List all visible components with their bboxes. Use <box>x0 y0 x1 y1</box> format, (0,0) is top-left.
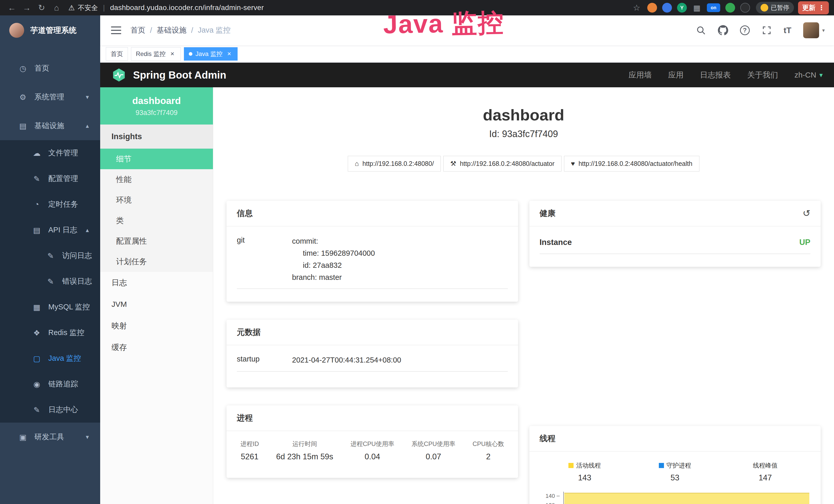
system-cpu-value: 0.07 <box>412 452 455 461</box>
info-value: commit: time: 1596289704000 id: 27aa832 … <box>292 235 508 283</box>
breadcrumb: 首页 / 基础设施 / Java 监控 <box>130 25 231 36</box>
metadata-card: 元数据 startup 2021-04-27T00:44:31.254+08:0… <box>226 320 518 387</box>
github-icon[interactable] <box>718 25 728 36</box>
infrastructure-submenu: ☁ 文件管理 ✎ 配置管理 ◔ 定时任务 ▤ API 日志 ▴ ✎ <box>0 140 100 422</box>
sidebar-item-redis-monitor[interactable]: ❖ Redis 监控 <box>0 320 100 346</box>
extension-grid-icon[interactable]: ▦ <box>692 3 702 13</box>
close-icon[interactable]: × <box>169 50 176 58</box>
instance-id-subtitle: Id: 93a3fc7f7409 <box>226 129 821 139</box>
health-instance-row[interactable]: Instance UP <box>540 238 811 254</box>
sidebar-item-infrastructure[interactable]: ▤ 基础设施 ▴ <box>0 111 100 140</box>
eye-icon: ◉ <box>31 380 42 389</box>
address-url[interactable]: dashboard.yudao.iocoder.cn/infra/admin-s… <box>110 4 264 12</box>
info-key: git <box>237 235 292 283</box>
caret-down-icon: ▾ <box>822 27 825 33</box>
process-id-value: 5261 <box>240 452 259 461</box>
insights-section-label: Insights <box>100 124 213 148</box>
font-size-icon[interactable]: tT <box>784 26 791 35</box>
sba-nav-about[interactable]: 关于我们 <box>747 70 778 81</box>
sidebar-item-caches[interactable]: 缓存 <box>100 337 213 358</box>
health-instance-label: Instance <box>540 238 572 247</box>
emoji-face-icon <box>761 4 768 12</box>
insight-classes[interactable]: 类 <box>100 210 213 231</box>
extension-fox-icon[interactable] <box>647 3 657 13</box>
threads-legend: 活动线程 143 守护进程 <box>540 461 811 482</box>
user-menu[interactable]: ▾ <box>803 22 825 38</box>
monitor-icon: ▤ <box>18 121 28 131</box>
menu-fold-icon[interactable] <box>109 25 123 36</box>
gear-icon: ⚙ <box>18 93 28 102</box>
browser-forward-icon[interactable]: → <box>20 3 34 13</box>
bookmark-star-icon[interactable]: ☆ <box>633 3 640 13</box>
sidebar-item-error-logs[interactable]: ✎ 错误日志 <box>0 269 100 294</box>
sba-nav-wallboard[interactable]: 应用墙 <box>629 70 652 81</box>
chevron-down-icon: ▾ <box>86 93 89 101</box>
locale-selector[interactable]: zh-CN ▾ <box>794 71 823 79</box>
sba-nav-journal[interactable]: 日志报表 <box>700 70 731 81</box>
sba-header: Spring Boot Admin 应用墙 应用 日志报表 关于我们 zh-CN… <box>100 63 834 87</box>
address-bar[interactable]: ⚠ 不安全 | dashboard.yudao.iocoder.cn/infra… <box>68 3 264 12</box>
actuator-url-link[interactable]: ⚒ http://192.168.0.2:48080/actuator <box>443 156 562 171</box>
metadata-value: 2021-04-27T00:44:31.254+08:00 <box>292 354 508 366</box>
paused-badge[interactable]: 已暂停 <box>756 2 794 14</box>
instance-id: 93a3fc7f7409 <box>103 109 211 117</box>
tab-redis-monitor[interactable]: Redis 监控 × <box>131 47 181 61</box>
service-url-link[interactable]: ⌂ http://192.168.0.2:48080/ <box>348 156 441 171</box>
info-card: 信息 git commit: time: 1596289704000 id: 2… <box>226 201 518 302</box>
insight-config-props[interactable]: 配置属性 <box>100 231 213 251</box>
kebab-menu-icon[interactable]: ⋮ <box>818 4 825 12</box>
health-url-link[interactable]: ♥ http://192.168.0.2:48080/actuator/heal… <box>564 156 699 171</box>
sidebar-item-file-management[interactable]: ☁ 文件管理 <box>0 140 100 166</box>
paused-label: 已暂停 <box>771 4 789 12</box>
search-icon[interactable] <box>696 25 706 36</box>
tab-home[interactable]: 首页 <box>106 47 128 61</box>
insight-environment[interactable]: 环境 <box>100 190 213 210</box>
history-icon[interactable]: ↺ <box>803 208 810 219</box>
info-git-row: git commit: time: 1596289704000 id: 27aa… <box>237 235 508 289</box>
fullscreen-icon[interactable] <box>762 25 772 36</box>
sidebar-item-config-management[interactable]: ✎ 配置管理 <box>0 166 100 191</box>
sidebar-item-tracing[interactable]: ◉ 链路追踪 <box>0 371 100 397</box>
extension-switch-icon[interactable]: on <box>707 3 720 12</box>
tab-java-monitor[interactable]: Java 监控 × <box>184 47 238 61</box>
sidebar-item-java-monitor[interactable]: ▢ Java 监控 <box>0 346 100 371</box>
close-icon[interactable]: × <box>225 50 233 58</box>
sidebar-item-home[interactable]: ◷ 首页 <box>0 54 100 83</box>
tags-view: 首页 Redis 监控 × Java 监控 × <box>100 45 834 63</box>
browser-back-icon[interactable]: ← <box>5 3 19 13</box>
help-icon[interactable]: ? <box>740 25 750 35</box>
sidebar-item-scheduled-jobs[interactable]: ◔ 定时任务 <box>0 191 100 217</box>
update-button[interactable]: 更新 ⋮ <box>798 1 829 15</box>
browser-home-icon[interactable]: ⌂ <box>50 3 63 13</box>
process-cpu-value: 0.04 <box>350 452 394 461</box>
extension-leaf-icon[interactable] <box>725 3 735 13</box>
insight-details[interactable]: 细节 <box>100 148 213 169</box>
insight-performance[interactable]: 性能 <box>100 169 213 190</box>
doc-icon: ✎ <box>45 251 56 260</box>
sidebar-item-jvm[interactable]: JVM <box>100 294 213 315</box>
sidebar-item-mappings[interactable]: 映射 <box>100 315 213 337</box>
breadcrumb-home[interactable]: 首页 <box>130 25 146 36</box>
app-logo[interactable]: 芋道管理系统 <box>0 16 100 45</box>
browser-refresh-icon[interactable]: ↻ <box>35 3 48 13</box>
extension-pin-icon[interactable] <box>740 3 750 13</box>
extension-y-icon[interactable]: Y <box>677 3 687 13</box>
extension-drop-icon[interactable] <box>662 3 672 13</box>
sidebar-item-log-center[interactable]: ✎ 日志中心 <box>0 397 100 422</box>
sidebar-item-api-logs[interactable]: ▤ API 日志 ▴ <box>0 217 100 243</box>
sidebar-item-dev-tools[interactable]: ▣ 研发工具 ▾ <box>0 422 100 451</box>
wrench-icon: ⚒ <box>450 160 456 168</box>
breadcrumb-current: Java 监控 <box>198 25 231 36</box>
sidebar-item-logs[interactable]: 日志 <box>100 272 213 294</box>
sidebar-item-system-management[interactable]: ⚙ 系统管理 ▾ <box>0 83 100 111</box>
sidebar-item-access-logs[interactable]: ✎ 访问日志 <box>0 243 100 269</box>
sba-nav-applications[interactable]: 应用 <box>668 70 683 81</box>
sidebar-item-mysql-monitor[interactable]: ▦ MySQL 监控 <box>0 294 100 320</box>
daemon-threads-legend-swatch <box>659 463 664 468</box>
instance-header[interactable]: dashboard 93a3fc7f7409 <box>100 87 213 124</box>
chevron-up-icon: ▴ <box>86 226 89 234</box>
breadcrumb-infrastructure[interactable]: 基础设施 <box>157 25 186 36</box>
insight-scheduled-tasks[interactable]: 计划任务 <box>100 251 213 272</box>
process-card-title: 进程 <box>237 413 253 423</box>
caret-down-icon: ▾ <box>819 71 823 79</box>
